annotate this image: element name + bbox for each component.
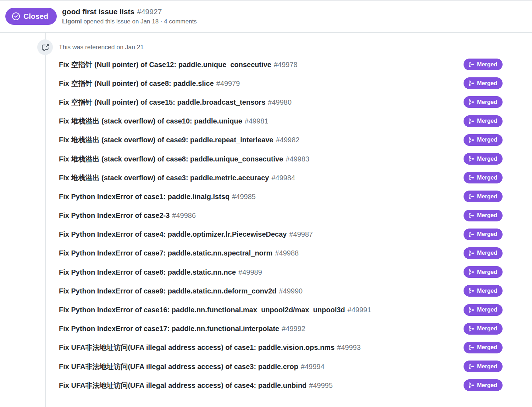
merged-badge[interactable]: Merged xyxy=(464,210,503,221)
referenced-pr-title: Fix Python IndexError of case4: paddle.o… xyxy=(59,230,313,239)
referenced-pr-link[interactable]: Fix UFA非法地址访问(UFA illegal address access… xyxy=(59,363,298,370)
merged-badge[interactable]: Merged xyxy=(464,304,503,316)
referenced-pr-link[interactable]: Fix 堆栈溢出 (stack overflow) of case3: padd… xyxy=(59,174,269,182)
referenced-pr-title: Fix 堆栈溢出 (stack overflow) of case10: pad… xyxy=(59,116,268,126)
issue-title[interactable]: good first issue lists xyxy=(62,7,134,16)
merged-badge[interactable]: Merged xyxy=(464,379,503,391)
referenced-item-row: Fix 堆栈溢出 (stack overflow) of case3: padd… xyxy=(59,168,503,187)
merged-badge-label: Merged xyxy=(477,382,497,389)
referenced-pr-link[interactable]: Fix UFA非法地址访问(UFA illegal address access… xyxy=(59,343,334,351)
merged-badge[interactable]: Merged xyxy=(464,96,503,108)
merged-badge[interactable]: Merged xyxy=(464,361,503,372)
referenced-pr-link[interactable]: Fix 堆栈溢出 (stack overflow) of case10: pad… xyxy=(59,117,242,125)
referenced-pr-link[interactable]: Fix Python IndexError of case16: paddle.… xyxy=(59,306,345,314)
referenced-item-row: Fix 堆栈溢出 (stack overflow) of case8: padd… xyxy=(59,149,503,168)
issue-author-link[interactable]: Ligoml xyxy=(62,18,82,25)
referenced-pr-link[interactable]: Fix 堆栈溢出 (stack overflow) of case9: padd… xyxy=(59,136,273,144)
referenced-pr-link[interactable]: Fix Python IndexError of case8: paddle.s… xyxy=(59,268,236,276)
referenced-pr-number: #49990 xyxy=(279,287,303,295)
referenced-pr-link[interactable]: Fix Python IndexError of case17: paddle.… xyxy=(59,325,279,332)
referenced-pr-number: #49978 xyxy=(274,61,298,68)
merged-badge[interactable]: Merged xyxy=(464,172,503,183)
referenced-pr-link[interactable]: Fix Python IndexError of case2-3 xyxy=(59,211,170,219)
merged-badge[interactable]: Merged xyxy=(464,342,503,353)
git-merge-icon xyxy=(468,269,474,275)
referenced-pr-link[interactable]: Fix Python IndexError of case4: paddle.o… xyxy=(59,230,287,238)
merged-badge[interactable]: Merged xyxy=(464,77,503,89)
referenced-pr-link[interactable]: Fix UFA非法地址访问(UFA illegal address access… xyxy=(59,381,306,389)
referenced-pr-title: Fix Python IndexError of case17: paddle.… xyxy=(59,324,305,333)
referenced-list: Fix 空指针 (Null pointer) of Case12: paddle… xyxy=(59,55,503,395)
merged-badge[interactable]: Merged xyxy=(464,266,503,278)
referenced-item-row: Fix Python IndexError of case17: paddle.… xyxy=(59,319,503,338)
issue-number: #49927 xyxy=(137,7,162,16)
referenced-pr-link[interactable]: Fix 空指针 (Null pointer) of case15: paddle… xyxy=(59,98,265,106)
merged-badge[interactable]: Merged xyxy=(464,323,503,335)
referenced-pr-title: Fix 空指针 (Null pointer) of Case12: paddle… xyxy=(59,60,298,69)
issue-byline-text: opened this issue on Jan 18 · 4 comments xyxy=(82,18,197,25)
issue-status-label: Closed xyxy=(23,12,48,21)
git-merge-icon xyxy=(468,307,474,313)
referenced-item-row: Fix 空指针 (Null pointer) of case8: paddle.… xyxy=(59,74,503,93)
issue-closed-icon xyxy=(12,12,20,20)
referenced-item-row: Fix Python IndexError of case8: paddle.s… xyxy=(59,263,503,281)
merged-badge[interactable]: Merged xyxy=(464,115,503,127)
merged-badge[interactable]: Merged xyxy=(464,229,503,240)
issue-header-text: good first issue lists#49927 Ligoml open… xyxy=(62,7,197,26)
merged-badge-label: Merged xyxy=(477,307,497,313)
referenced-pr-number: #49984 xyxy=(271,174,295,182)
git-merge-icon xyxy=(468,250,474,256)
referenced-pr-number: #49991 xyxy=(348,306,371,314)
git-merge-icon xyxy=(468,213,474,219)
referenced-pr-number: #49987 xyxy=(289,230,313,238)
referenced-pr-number: #49994 xyxy=(301,363,325,370)
referenced-pr-title: Fix UFA非法地址访问(UFA illegal address access… xyxy=(59,362,325,371)
referenced-pr-title: Fix 堆栈溢出 (stack overflow) of case3: padd… xyxy=(59,173,295,182)
referenced-pr-number: #49982 xyxy=(276,136,300,144)
referenced-pr-title: Fix 堆栈溢出 (stack overflow) of case8: padd… xyxy=(59,154,309,164)
referenced-item-row: Fix 空指针 (Null pointer) of Case12: paddle… xyxy=(59,55,503,74)
git-merge-icon xyxy=(468,175,474,181)
merged-badge[interactable]: Merged xyxy=(464,153,503,165)
merged-badge[interactable]: Merged xyxy=(464,134,503,146)
referenced-pr-link[interactable]: Fix 空指针 (Null pointer) of case8: paddle.… xyxy=(59,79,214,87)
merged-badge[interactable]: Merged xyxy=(464,59,503,70)
referenced-pr-title: Fix Python IndexError of case16: paddle.… xyxy=(59,305,371,314)
merged-badge[interactable]: Merged xyxy=(464,285,503,297)
cross-reference-event: This was referenced on Jan 21 xyxy=(37,39,144,55)
issue-title-line: good first issue lists#49927 xyxy=(62,7,197,16)
git-merge-icon xyxy=(468,326,474,332)
merged-badge-label: Merged xyxy=(477,137,497,143)
git-merge-icon xyxy=(468,99,474,105)
referenced-pr-title: Fix 空指针 (Null pointer) of case8: paddle.… xyxy=(59,79,240,88)
referenced-pr-link[interactable]: Fix Python IndexError of case7: paddle.s… xyxy=(59,249,272,257)
referenced-item-row: Fix Python IndexError of case9: paddle.s… xyxy=(59,281,503,300)
referenced-pr-link[interactable]: Fix Python IndexError of case9: paddle.s… xyxy=(59,287,276,295)
merged-badge-label: Merged xyxy=(477,193,497,200)
referenced-pr-link[interactable]: Fix 堆栈溢出 (stack overflow) of case8: padd… xyxy=(59,155,283,163)
referenced-item-row: Fix 堆栈溢出 (stack overflow) of case10: pad… xyxy=(59,112,503,131)
cross-reference-icon xyxy=(37,39,53,55)
referenced-item-row: Fix 空指针 (Null pointer) of case15: paddle… xyxy=(59,93,503,111)
referenced-pr-link[interactable]: Fix Python IndexError of case1: paddle.l… xyxy=(59,193,229,200)
merged-badge-label: Merged xyxy=(477,344,497,351)
referenced-pr-number: #49992 xyxy=(282,325,305,332)
git-merge-icon xyxy=(468,382,474,388)
referenced-item-row: Fix Python IndexError of case1: paddle.l… xyxy=(59,187,503,206)
git-merge-icon xyxy=(468,80,474,86)
referenced-pr-link[interactable]: Fix 空指针 (Null pointer) of Case12: paddle… xyxy=(59,61,271,68)
referenced-pr-title: Fix UFA非法地址访问(UFA illegal address access… xyxy=(59,381,333,390)
referenced-pr-number: #49988 xyxy=(275,249,299,257)
merged-badge-label: Merged xyxy=(477,175,497,181)
git-merge-icon xyxy=(468,61,474,67)
referenced-item-row: Fix 堆栈溢出 (stack overflow) of case9: padd… xyxy=(59,131,503,149)
merged-badge-label: Merged xyxy=(477,363,497,370)
merged-badge[interactable]: Merged xyxy=(464,247,503,259)
git-merge-icon xyxy=(468,193,474,199)
referenced-pr-title: Fix Python IndexError of case8: paddle.s… xyxy=(59,268,262,277)
referenced-item-row: Fix UFA非法地址访问(UFA illegal address access… xyxy=(59,357,503,376)
referenced-item-row: Fix UFA非法地址访问(UFA illegal address access… xyxy=(59,376,503,395)
merged-badge[interactable]: Merged xyxy=(464,191,503,202)
referenced-pr-title: Fix 空指针 (Null pointer) of case15: paddle… xyxy=(59,98,292,107)
issue-header: Closed good first issue lists#49927 Ligo… xyxy=(0,0,532,33)
